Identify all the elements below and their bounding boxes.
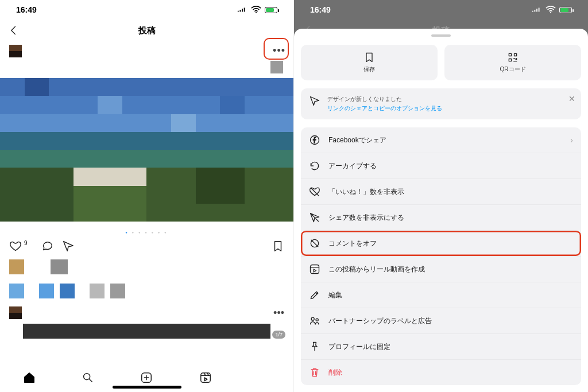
back-button[interactable] xyxy=(8,25,20,36)
archive-icon xyxy=(309,160,320,172)
nav-title: 投稿 xyxy=(138,25,156,36)
mosaic-block xyxy=(270,61,283,73)
bookmark-icon xyxy=(363,52,375,63)
nav-bar: 投稿 xyxy=(0,20,293,41)
status-time: 16:49 xyxy=(310,5,331,14)
highlight-more-annotation xyxy=(264,38,289,60)
menu-label: 編集 xyxy=(328,290,342,300)
menu-archive[interactable]: アーカイブする xyxy=(301,153,581,178)
home-indicator xyxy=(113,386,181,389)
post-header: ••• xyxy=(0,41,293,61)
close-icon[interactable]: ✕ xyxy=(568,94,575,103)
menu-label: プロフィールに固定 xyxy=(328,342,390,352)
menu-label: パートナーシップのラベルと広告 xyxy=(328,316,432,326)
menu-label: アーカイブする xyxy=(328,161,377,171)
left-screenshot: 16:49 投稿 ••• ● ● ● ● ● ● ● xyxy=(0,0,294,392)
comment-button[interactable] xyxy=(41,240,54,253)
svg-point-0 xyxy=(256,11,257,13)
status-bar: 16:49 xyxy=(294,0,588,20)
menu-list: Facebookでシェア › アーカイブする 「いいね！」数を非表示 シェア数を… xyxy=(301,127,581,385)
right-screenshot: 16:49 投稿 ••• 保存 QRコード xyxy=(294,0,588,392)
svg-point-1 xyxy=(84,374,90,380)
design-notice[interactable]: デザインが新しくなりました リンクのシェアとコピーのオプションを見る ✕ xyxy=(301,88,581,119)
post-more-button[interactable]: ••• xyxy=(273,307,284,319)
status-bar: 16:49 xyxy=(0,0,293,20)
menu-label: 削除 xyxy=(328,368,342,378)
svg-point-5 xyxy=(550,11,551,13)
post-actions: 9 xyxy=(0,238,293,257)
pin-icon xyxy=(309,341,320,352)
wifi-icon xyxy=(251,5,261,15)
menu-hide-shares[interactable]: シェア数を非表示にする xyxy=(301,204,581,230)
qr-label: QRコード xyxy=(500,65,526,73)
reel-icon xyxy=(309,263,320,275)
chevron-right-icon: › xyxy=(570,135,573,145)
notice-text: デザインが新しくなりました xyxy=(327,95,442,103)
save-label: 保存 xyxy=(363,65,375,73)
pencil-icon xyxy=(309,289,320,301)
partnership-icon xyxy=(309,315,320,327)
send-icon xyxy=(309,95,320,107)
battery-icon xyxy=(559,7,572,13)
menu-label: この投稿からリール動画を作成 xyxy=(328,265,425,274)
carousel-dots[interactable]: ● ● ● ● ● ● ● xyxy=(0,222,293,238)
avatar[interactable] xyxy=(9,45,22,57)
carousel-counter: 1/7 xyxy=(272,331,285,339)
cellular-icon xyxy=(532,5,542,15)
tab-reels[interactable] xyxy=(199,371,212,384)
like-button[interactable] xyxy=(9,240,22,253)
menu-hide-likes[interactable]: 「いいね！」数を非表示 xyxy=(301,178,581,204)
save-button[interactable]: 保存 xyxy=(301,45,438,80)
trash-icon xyxy=(309,367,320,378)
avatar[interactable] xyxy=(9,306,22,319)
battery-icon xyxy=(265,7,277,13)
wifi-icon xyxy=(546,5,556,15)
svg-point-9 xyxy=(311,317,314,320)
menu-pin[interactable]: プロフィールに固定 xyxy=(301,333,581,359)
post-image[interactable] xyxy=(0,78,293,222)
share-off-icon xyxy=(309,212,320,223)
heart-off-icon xyxy=(309,186,320,197)
share-button[interactable] xyxy=(62,240,75,253)
menu-edit[interactable]: 編集 xyxy=(301,282,581,308)
menu-facebook-share[interactable]: Facebookでシェア › xyxy=(301,127,581,153)
comment-off-icon xyxy=(309,238,320,249)
status-indicators xyxy=(532,5,572,15)
menu-delete[interactable]: 削除 xyxy=(301,359,581,385)
tab-home[interactable] xyxy=(23,371,36,384)
notice-link[interactable]: リンクのシェアとコピーのオプションを見る xyxy=(327,104,442,112)
svg-point-10 xyxy=(316,319,318,321)
menu-label: コメントをオフ xyxy=(328,239,377,249)
bookmark-button[interactable] xyxy=(272,240,284,253)
tab-search[interactable] xyxy=(82,371,94,384)
tab-create[interactable] xyxy=(140,371,153,384)
qr-button[interactable]: QRコード xyxy=(444,45,581,80)
svg-rect-8 xyxy=(311,265,319,274)
menu-partnership[interactable]: パートナーシップのラベルと広告 xyxy=(301,308,581,333)
status-time: 16:49 xyxy=(16,5,37,14)
next-post-image[interactable] xyxy=(23,324,270,339)
caption-mosaic xyxy=(0,257,293,277)
menu-create-reel[interactable]: この投稿からリール動画を作成 xyxy=(301,256,581,282)
action-sheet: 保存 QRコード デザインが新しくなりました リンクのシェアとコピーのオプション… xyxy=(294,29,588,392)
qr-icon xyxy=(507,52,519,63)
menu-label: シェア数を非表示にする xyxy=(328,213,404,223)
menu-label: Facebookでシェア xyxy=(328,135,386,145)
menu-comments-off[interactable]: コメントをオフ xyxy=(301,230,581,256)
status-indicators xyxy=(237,5,277,15)
svg-rect-3 xyxy=(200,373,210,383)
like-count: 9 xyxy=(24,240,28,246)
menu-label: 「いいね！」数を非表示 xyxy=(328,187,404,197)
next-post-header: ••• xyxy=(0,301,293,319)
caption-mosaic-2 xyxy=(0,281,293,301)
sheet-grabber[interactable] xyxy=(431,34,451,37)
facebook-icon xyxy=(309,134,320,146)
cellular-icon xyxy=(237,5,247,15)
